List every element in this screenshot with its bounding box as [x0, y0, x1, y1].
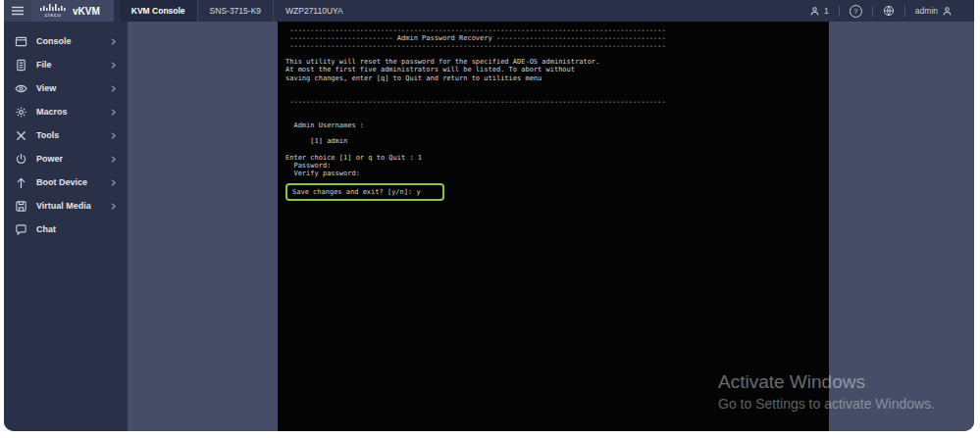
chat-icon	[15, 223, 27, 236]
sidebar-item-label: Power	[36, 154, 100, 164]
sidebar-item-virtual-media[interactable]: Virtual Media	[4, 194, 128, 218]
sidebar-item-tools[interactable]: Tools	[4, 123, 128, 147]
sidebar-item-view[interactable]: View	[4, 76, 128, 100]
chevron-right-icon	[109, 84, 118, 93]
tab-kvm-console[interactable]: KVM Console	[120, 0, 197, 22]
cisco-logo-word: cisco	[45, 12, 62, 18]
username: admin	[915, 6, 938, 16]
terminal-output: ----------------------------------------…	[278, 22, 829, 177]
titlebar: cisco vKVM KVM Console SNS-3715-K9 WZP27…	[4, 0, 974, 22]
sidebar-item-chat[interactable]: Chat	[4, 218, 128, 241]
session-count-button[interactable]: 1	[799, 6, 839, 17]
sidebar-item-file[interactable]: File	[4, 53, 128, 76]
terminal-prompt-row: Save changes and exit? [y/n]: y	[281, 180, 829, 201]
product-name: vKVM	[73, 6, 100, 17]
user-icon	[942, 6, 953, 17]
sidebar-item-boot-device[interactable]: Boot Device	[4, 170, 128, 194]
sidebar-item-macros[interactable]: Macros	[4, 100, 128, 123]
sidebar: Console File View Macros	[4, 22, 128, 431]
hamburger-icon	[12, 6, 24, 16]
help-button[interactable]: ?	[840, 5, 872, 18]
file-icon	[15, 59, 27, 72]
chevron-right-icon	[109, 108, 118, 117]
vkvm-window: cisco vKVM KVM Console SNS-3715-K9 WZP27…	[4, 0, 974, 431]
globe-icon	[883, 5, 895, 17]
gear-icon	[15, 106, 27, 119]
help-icon: ?	[850, 5, 862, 18]
chevron-right-icon	[109, 37, 118, 46]
chevron-right-icon	[109, 202, 118, 211]
arrow-up-icon	[15, 176, 27, 189]
right-gutter-panel	[829, 22, 974, 431]
tab-bar: KVM Console SNS-3715-K9 WZP27110UYA	[120, 0, 355, 22]
sidebar-item-label: Console	[36, 36, 100, 46]
highlighted-prompt: Save changes and exit? [y/n]: y	[285, 183, 444, 201]
titlebar-right: 1 ? admin	[799, 0, 974, 22]
power-icon	[15, 153, 27, 166]
tab-device-serial[interactable]: WZP27110UYA	[273, 0, 355, 22]
user-session-icon	[809, 6, 820, 17]
sidebar-item-label: View	[36, 83, 100, 93]
sidebar-item-label: Boot Device	[36, 177, 100, 187]
hamburger-menu-button[interactable]	[4, 0, 31, 22]
left-gutter-panel	[128, 22, 278, 431]
disk-icon	[15, 200, 27, 213]
console-icon	[15, 35, 27, 48]
tab-device-model[interactable]: SNS-3715-K9	[197, 0, 273, 22]
language-button[interactable]	[873, 5, 904, 17]
session-count: 1	[824, 6, 829, 16]
sidebar-item-label: Macros	[36, 107, 100, 117]
eye-icon	[15, 82, 27, 95]
sidebar-item-power[interactable]: Power	[4, 147, 128, 170]
chevron-right-icon	[109, 131, 118, 140]
tools-icon	[15, 129, 27, 142]
brand: cisco vKVM	[31, 0, 114, 22]
chevron-right-icon	[109, 61, 118, 70]
sidebar-item-label: Tools	[36, 130, 100, 140]
sidebar-item-label: Virtual Media	[36, 201, 100, 211]
chevron-right-icon	[109, 155, 118, 164]
user-menu-button[interactable]: admin	[905, 6, 962, 17]
sidebar-item-console[interactable]: Console	[4, 29, 128, 53]
sidebar-item-label: File	[36, 60, 100, 70]
sidebar-item-label: Chat	[36, 224, 120, 234]
cisco-logo-icon: cisco	[40, 4, 66, 18]
kvm-terminal-screen[interactable]: ----------------------------------------…	[278, 22, 829, 431]
chevron-right-icon	[109, 178, 118, 187]
